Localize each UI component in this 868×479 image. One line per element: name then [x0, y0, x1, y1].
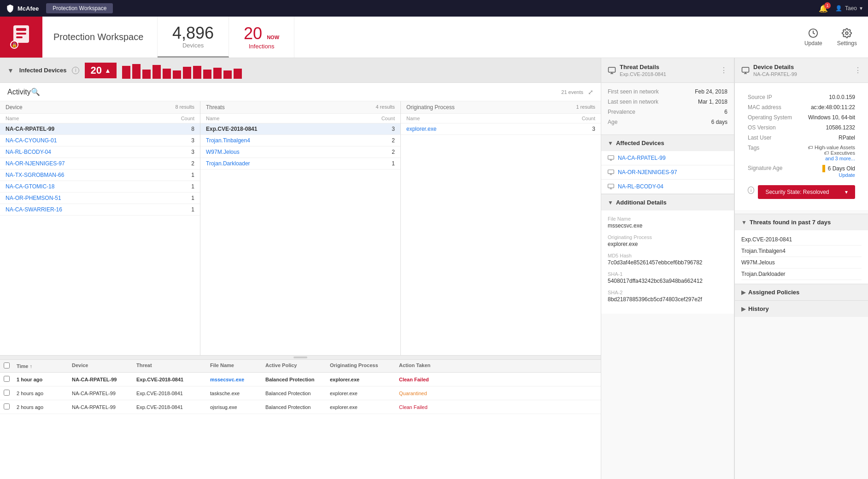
user-menu[interactable]: 👤 Taeo ▾ — [835, 5, 862, 12]
process-col-header[interactable]: Originating Process — [330, 362, 399, 369]
devices-stat[interactable]: 4,896 Devices — [158, 17, 229, 58]
event-row[interactable]: 1 hour ago NA-CA-RPATEL-99 Exp.CVE-2018-… — [0, 373, 601, 386]
history-header[interactable]: ▶ History — [735, 301, 868, 317]
svg-rect-3 — [16, 36, 23, 38]
device-row[interactable]: NA-CA-CYOUNG-013 — [0, 135, 200, 146]
update-signature-link[interactable]: Update — [822, 172, 855, 178]
threat-details-subtitle: Exp.CVE-2018-0841 — [620, 71, 666, 77]
device-row[interactable]: NA-CA-GTOMIC-181 — [0, 181, 200, 193]
svg-rect-9 — [608, 156, 614, 159]
nav-tab-protection[interactable]: Protection Workspace — [46, 3, 113, 13]
header-logo-area: 🔒 — [0, 17, 42, 58]
action-col-header[interactable]: Action Taken — [399, 362, 450, 369]
device-row[interactable]: NA-OR-PHEMSON-511 — [0, 193, 200, 204]
expand-chevron-icon[interactable]: ▼ — [7, 67, 14, 74]
infected-bar-chart — [122, 62, 593, 79]
infected-info-icon[interactable]: i — [72, 67, 79, 74]
security-state-row: i Security State: Resoloved ▾ — [748, 181, 855, 199]
notification-bell[interactable]: 🔔 1 — [819, 4, 828, 13]
infections-stat[interactable]: 20 NOW Infections — [229, 17, 294, 58]
event-row[interactable]: 2 hours ago NA-CA-RPATEL-99 Exp.CVE-2018… — [0, 386, 601, 400]
svg-rect-8 — [609, 67, 616, 72]
svg-rect-12 — [742, 67, 749, 72]
header-title: Protection Workspace — [42, 17, 158, 58]
settings-button[interactable]: Settings — [837, 28, 857, 47]
device-icon — [608, 155, 614, 161]
event-checkbox[interactable] — [4, 403, 10, 409]
security-state-label: Security State: Resoloved — [765, 189, 829, 195]
device-detail-field: OS Version10586.1232 — [748, 124, 855, 131]
activity-search-icon[interactable]: 🔍 — [31, 88, 40, 96]
threat-details-header: Threat Details Exp.CVE-2018-0841 ⋮ — [601, 58, 734, 83]
device-row[interactable]: NA-CA-SWARRIER-161 — [0, 204, 200, 216]
device-row[interactable]: NA-RL-BCODY-043 — [0, 146, 200, 158]
device-more-icon[interactable]: ⋮ — [854, 66, 862, 75]
threat-details-panel: Threat Details Exp.CVE-2018-0841 ⋮ First… — [601, 58, 734, 479]
process-row[interactable]: explorer.exe3 — [401, 123, 601, 135]
assigned-policies-header[interactable]: ▶ Assigned Policies — [735, 284, 868, 300]
threats-7days-header[interactable]: ▼ Threats found in past 7 days — [735, 214, 868, 230]
threat-panel-header: Threats 4 results — [200, 101, 400, 114]
threat-detail-field: First seen in networkFeb 24, 2018 — [608, 88, 727, 95]
activity-header: Activity 🔍 21 events ⤢ — [0, 83, 601, 101]
affected-device-item[interactable]: NA-RL-BCODY-04 — [601, 180, 734, 194]
device-monitor-icon — [741, 66, 750, 75]
expand-icon[interactable]: ⤢ — [588, 88, 593, 96]
threat-activity-row[interactable]: W97M.Jelous2 — [200, 146, 400, 158]
header-stats: 4,896 Devices 20 NOW Infections — [158, 17, 294, 58]
device-row[interactable]: NA-CA-RPATEL-998 — [0, 123, 200, 135]
threat-7day-item[interactable]: Trojan.Darkloader — [741, 269, 862, 280]
signature-age-row: Signature Age 6 Days Old Update — [748, 165, 855, 178]
select-all-checkbox[interactable] — [4, 362, 10, 368]
infected-count-box: 20 ▲ — [85, 63, 116, 78]
threat-activity-row[interactable]: Exp.CVE-2018-08413 — [200, 123, 400, 135]
threat-details-title: Threat Details — [620, 64, 666, 70]
threat-more-icon[interactable]: ⋮ — [720, 66, 727, 75]
additional-details-header[interactable]: ▼ Additional Details — [601, 194, 734, 210]
affected-device-item[interactable]: NA-OR-NJENNIGES-97 — [601, 165, 734, 180]
device-row[interactable]: NA-OR-NJENNIGES-972 — [0, 158, 200, 169]
threat-detail-field: Last seen in networkMar 1, 2018 — [608, 99, 727, 105]
policy-col-header[interactable]: Active Policy — [265, 362, 330, 369]
affected-devices-header[interactable]: ▼ Affected Devices — [601, 135, 734, 151]
threats-7days-list: Exp.CVE-2018-0841Trojan.Tinbalgen4W97M.J… — [735, 230, 868, 284]
header-bar: 🔒 Protection Workspace 4,896 Devices 20 … — [0, 17, 868, 58]
security-info-icon[interactable]: i — [748, 187, 754, 194]
device-col-header[interactable]: Device — [72, 362, 136, 369]
device-row[interactable]: NA-TX-SGROBMAN-661 — [0, 169, 200, 181]
threat-7day-item[interactable]: Exp.CVE-2018-0841 — [741, 234, 862, 245]
activity-panels: Device 8 results Name Count NA-CA-RPATEL… — [0, 101, 601, 356]
and-more-link[interactable]: and 3 more... — [808, 156, 855, 161]
security-state-button[interactable]: Security State: Resoloved ▾ — [758, 185, 855, 199]
device-detail-field: Last UserRPatel — [748, 134, 855, 141]
threat-activity-row[interactable]: Trojan.Darkloader1 — [200, 158, 400, 169]
device-panel-header: Device 8 results — [0, 101, 200, 114]
sort-icon: ↑ — [29, 363, 32, 369]
device-details-panel: Device Details NA-CA-RPATEL-99 ⋮ Source … — [734, 58, 868, 479]
tag-item: 🏷Executives — [808, 150, 855, 156]
threat-activity-row[interactable]: Trojan.Tinbalgen42 — [200, 135, 400, 146]
time-col-header[interactable]: Time ↑ — [17, 362, 72, 369]
update-button[interactable]: Update — [804, 28, 822, 47]
affected-device-item[interactable]: NA-CA-RPATEL-99 — [601, 151, 734, 165]
threat-7day-item[interactable]: Trojan.Tinbalgen4 — [741, 245, 862, 257]
event-row[interactable]: 2 hours ago NA-CA-RPATEL-99 Exp.CVE-2018… — [0, 400, 601, 414]
nav-logo: McAfee — [6, 4, 39, 13]
event-checkbox[interactable] — [4, 376, 10, 382]
filename-col-header[interactable]: File Name — [210, 362, 265, 369]
process-col-headers: Name Count — [401, 114, 601, 123]
main-content: ▼ Infected Devices i 20 ▲ Activity 🔍 21 … — [0, 58, 868, 479]
threat-panel-activity: Threats 4 results Name Count Exp.CVE-201… — [200, 101, 401, 355]
svg-rect-11 — [608, 184, 614, 188]
device-details-body: Source IP10.0.0.159MAC addressac:de:48:0… — [735, 83, 868, 210]
threat-7day-item[interactable]: W97M.Jelous — [741, 257, 862, 269]
event-table-section: Time ↑ Device Threat File Name Active Po… — [0, 359, 601, 479]
activity-section: Activity 🔍 21 events ⤢ Device 8 results … — [0, 83, 601, 359]
threat-col-headers: Name Count — [200, 114, 400, 123]
threat-col-header[interactable]: Threat — [136, 362, 210, 369]
threats-7days-section: ▼ Threats found in past 7 days Exp.CVE-2… — [735, 214, 868, 284]
device-icon — [608, 169, 614, 175]
event-checkbox[interactable] — [4, 390, 10, 396]
device-fields-body: Source IP10.0.0.159MAC addressac:de:48:0… — [741, 88, 862, 204]
history-chevron-icon: ▶ — [741, 306, 745, 312]
